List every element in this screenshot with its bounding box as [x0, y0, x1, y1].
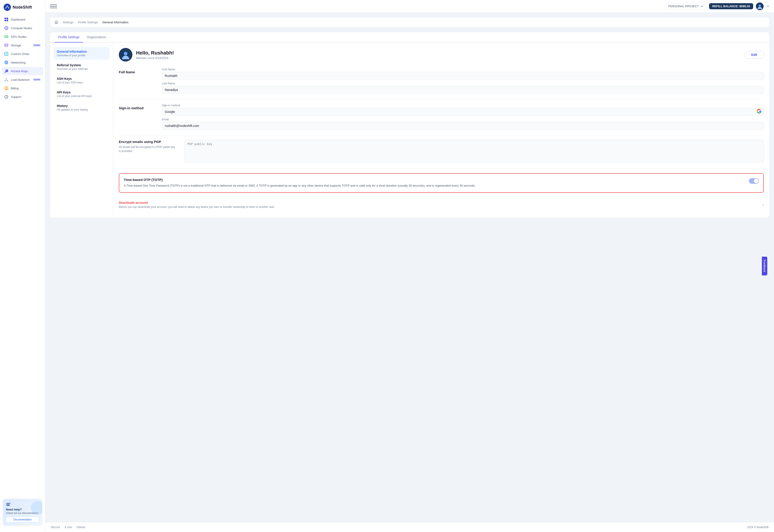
last-name-input[interactable] [162, 86, 764, 94]
profile-avatar [119, 48, 132, 62]
settings-nav-history-title: History [57, 104, 106, 108]
load-balancer-icon [4, 77, 9, 82]
topbar-right: PERSONAL PROJECT REFILL BALANCE: $698.34 [665, 2, 769, 10]
user-avatar[interactable] [756, 2, 764, 10]
sidebar-item-dashboard[interactable]: Dashboard [2, 15, 43, 24]
sidebar: NodeShift Dashboard Compute Nodes GPU No… [0, 0, 45, 532]
settings-nav-referral[interactable]: Referral System Overview of your referra… [54, 61, 109, 73]
menu-line-2 [50, 6, 57, 7]
compute-icon [4, 26, 9, 30]
custom-order-icon [4, 52, 9, 56]
svg-rect-3 [7, 18, 8, 19]
edit-button[interactable]: Edit [745, 51, 764, 59]
menu-toggle[interactable] [50, 3, 57, 10]
storage-icon [4, 43, 9, 47]
sidebar-item-support[interactable]: Support [2, 93, 43, 101]
footer-links: Discord X.com GitHub [51, 526, 85, 529]
sidebar-item-storage[interactable]: Storage SOON [2, 41, 43, 49]
storage-badge: SOON [33, 44, 41, 47]
documentation-button[interactable]: Documentation [6, 517, 39, 523]
settings-nav-api[interactable]: API Keys List of your external API keys [54, 88, 109, 100]
sidebar-item-networking[interactable]: Networking [2, 58, 43, 67]
settings-nav-general[interactable]: General Information Overview of your pro… [54, 47, 109, 60]
sidebar-item-label-networking: Networking [11, 61, 26, 64]
settings-nav-history-sub: All updates in your history [57, 108, 106, 111]
logo[interactable]: NodeShift [0, 4, 45, 15]
footer-link-discord[interactable]: Discord [51, 526, 60, 529]
svg-rect-18 [6, 505, 10, 506]
networking-icon [4, 60, 9, 65]
sidebar-item-label-access-keys: Access Keys [11, 69, 28, 73]
breadcrumb-home[interactable] [55, 20, 58, 24]
user-chevron-icon[interactable] [766, 5, 769, 8]
logo-text: NodeShift [13, 5, 32, 10]
settings-nav-general-title: General Information [57, 50, 106, 53]
sign-in-method-input[interactable] [162, 108, 764, 116]
main-wrapper: PERSONAL PROJECT REFILL BALANCE: $698.34… [45, 0, 774, 532]
sidebar-item-label-dashboard: Dashboard [11, 18, 25, 21]
profile-since: Member since 6/18/2024 [136, 56, 174, 60]
footer: Discord X.com GitHub 2024 © NodeShift [45, 522, 774, 532]
sidebar-help-box: Need help? Check out our documentation D… [3, 499, 42, 526]
sidebar-item-access-keys[interactable]: Access Keys [2, 67, 43, 75]
svg-point-1 [7, 5, 8, 7]
svg-rect-5 [7, 20, 8, 21]
breadcrumb-sep-2: › [75, 21, 76, 24]
balance-button[interactable]: REFILL BALANCE: $698.34 [709, 3, 753, 9]
help-lines-icon [6, 502, 11, 507]
footer-link-github[interactable]: GitHub [77, 526, 85, 529]
divider-1 [119, 99, 764, 99]
breadcrumb-sep-3: › [100, 21, 100, 24]
page-card: Profile Settings Organizations General I… [50, 32, 769, 218]
pgp-title: Encrypt emails using PGP [119, 140, 178, 144]
totp-description: A Time-based One Time Password (TOTP) is… [124, 183, 744, 188]
first-name-field: First Name [162, 68, 764, 80]
tabs: Profile Settings Organizations [50, 32, 769, 43]
settings-nav-api-sub: List of your external API keys [57, 95, 106, 98]
totp-card: Time-based OTP (TOTP) A Time-based One T… [119, 173, 764, 193]
svg-point-11 [6, 78, 7, 79]
totp-toggle[interactable] [749, 178, 759, 184]
breadcrumb-current: General Information [102, 21, 128, 24]
last-name-label: Last Name [162, 82, 764, 85]
sign-in-label: Sign-in method [119, 104, 155, 110]
email-field: Email [162, 118, 764, 130]
project-selector[interactable]: PERSONAL PROJECT [665, 3, 706, 9]
load-balancer-badge: SOON [33, 78, 41, 81]
sidebar-item-billing[interactable]: Billing [2, 84, 43, 92]
deactivate-content: Deactivate account Before you can deacti… [119, 201, 275, 209]
sign-in-method-label: Sign-in method [162, 104, 764, 107]
settings-nav: General Information Overview of your pro… [50, 43, 113, 218]
sidebar-item-gpu[interactable]: GPU Nodes [2, 33, 43, 41]
billing-icon [4, 86, 9, 90]
pgp-textarea[interactable] [184, 140, 764, 162]
breadcrumb-profile-settings[interactable]: Profile Settings [78, 21, 98, 24]
settings-nav-referral-title: Referral System [57, 63, 106, 67]
settings-nav-ssh[interactable]: SSH Keys List of your SSH keys [54, 74, 109, 87]
tab-organizations[interactable]: Organizations [83, 32, 110, 43]
svg-point-20 [124, 52, 127, 55]
breadcrumb-settings[interactable]: Settings [63, 21, 73, 24]
logo-icon [4, 4, 11, 11]
sidebar-item-label-support: Support [11, 95, 21, 99]
first-name-input[interactable] [162, 72, 764, 80]
footer-copyright: 2024 © NodeShift [747, 526, 769, 529]
tab-profile-settings[interactable]: Profile Settings [55, 32, 83, 43]
google-icon [757, 109, 762, 115]
sidebar-item-custom[interactable]: Custom Order [2, 50, 43, 58]
sidebar-item-load-balancer[interactable]: Load Balancer SOON [2, 76, 43, 84]
main-content: › Settings › Profile Settings › General … [45, 13, 774, 522]
email-label: Email [162, 118, 764, 121]
settings-nav-history[interactable]: History All updates in your history [54, 101, 109, 114]
footer-link-xcom[interactable]: X.com [64, 526, 72, 529]
email-input[interactable] [162, 122, 764, 130]
breadcrumb: › Settings › Profile Settings › General … [50, 17, 769, 27]
totp-title: Time-based OTP (TOTP) [124, 178, 744, 182]
sign-in-method-field: Sign-in method [162, 104, 764, 116]
dashboard-icon [4, 17, 9, 22]
sidebar-item-compute[interactable]: Compute Nodes [2, 24, 43, 32]
feedback-tab[interactable]: Feedback [762, 257, 767, 275]
deactivate-description: Before you can deactivate your account, … [119, 205, 275, 209]
svg-point-0 [4, 4, 11, 11]
deactivate-row[interactable]: Deactivate account Before you can deacti… [119, 197, 764, 212]
